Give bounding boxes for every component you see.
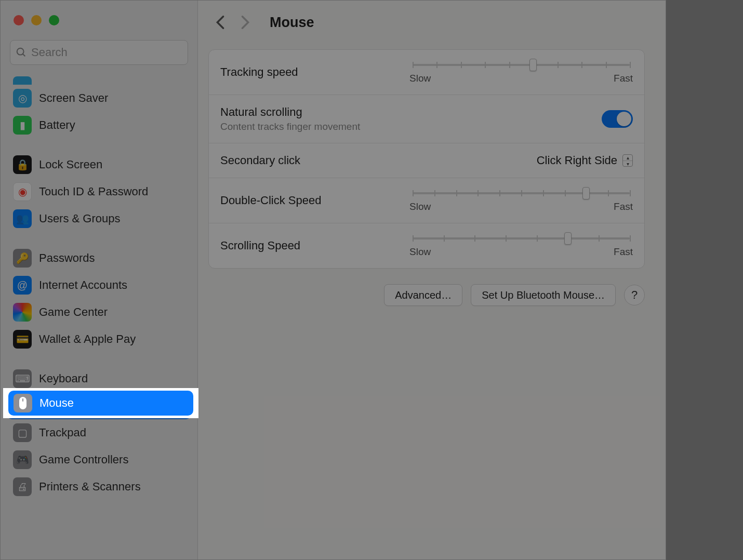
printer-icon: 🖨	[13, 477, 32, 496]
sidebar-item-game-controllers[interactable]: 🎮Game Controllers	[1, 446, 197, 473]
svg-line-1	[23, 54, 25, 57]
tracking-speed-label: Tracking speed	[220, 65, 298, 79]
scrolling-speed-slider[interactable]: SlowFast	[409, 234, 633, 258]
sidebar-item-label: Internet Accounts	[39, 278, 127, 292]
close-window-button[interactable]	[14, 15, 24, 25]
sidebar-item-label: Passwords	[39, 251, 95, 265]
natural-scrolling-toggle[interactable]	[602, 110, 633, 128]
trackpad-icon: ▢	[13, 423, 32, 442]
screen-saver-icon: ◎	[13, 89, 32, 108]
zoom-window-button[interactable]	[49, 15, 59, 25]
main-panel: Mouse Tracking speed SlowFast Natural sc…	[198, 1, 666, 559]
sidebar: ◎Screen Saver ▮Battery 🔒Lock Screen ◉Tou…	[1, 1, 198, 559]
updown-icon: ▴▾	[622, 154, 633, 167]
double-click-label: Double-Click Speed	[220, 194, 321, 207]
game-center-icon	[13, 303, 32, 322]
secondary-click-dropdown[interactable]: Click Right Side ▴▾	[537, 154, 633, 167]
slow-label: Slow	[409, 246, 431, 258]
sidebar-item-label: Game Center	[39, 305, 108, 319]
search-input[interactable]	[31, 46, 182, 59]
page-title: Mouse	[270, 15, 314, 31]
battery-icon: ▮	[13, 116, 32, 135]
advanced-button[interactable]: Advanced…	[384, 284, 462, 306]
sidebar-item-internet-accounts[interactable]: @Internet Accounts	[1, 272, 197, 299]
sidebar-item-label: Lock Screen	[39, 158, 102, 171]
sidebar-item-label: Users & Groups	[39, 212, 121, 225]
sidebar-item-label: Battery	[39, 118, 75, 132]
right-gutter	[666, 0, 743, 560]
secondary-click-label: Secondary click	[220, 154, 300, 167]
svg-rect-3	[22, 398, 23, 402]
sidebar-item-label: Mouse	[39, 396, 74, 410]
sidebar-item-printers[interactable]: 🖨Printers & Scanners	[1, 473, 197, 500]
window-controls	[1, 15, 197, 40]
mouse-icon	[14, 394, 32, 412]
fast-label: Fast	[614, 246, 633, 258]
row-double-click-speed: Double-Click Speed SlowFast	[209, 178, 644, 223]
sidebar-item-label: Keyboard	[39, 372, 88, 385]
row-scrolling-speed: Scrolling Speed SlowFast	[209, 223, 644, 268]
row-natural-scrolling: Natural scrolling Content tracks finger …	[209, 95, 644, 143]
controller-icon: 🎮	[13, 450, 32, 469]
svg-point-0	[17, 48, 24, 55]
search-icon	[16, 47, 27, 58]
tracking-speed-slider[interactable]: SlowFast	[409, 60, 633, 84]
sidebar-item-passwords[interactable]: 🔑Passwords	[1, 245, 197, 272]
settings-window: ◎Screen Saver ▮Battery 🔒Lock Screen ◉Tou…	[0, 0, 666, 560]
row-secondary-click: Secondary click Click Right Side ▴▾	[209, 143, 644, 178]
natural-scrolling-label: Natural scrolling	[220, 105, 360, 119]
users-icon: 👥	[13, 209, 32, 228]
scrolling-speed-label: Scrolling Speed	[220, 239, 300, 252]
lock-icon: 🔒	[13, 155, 32, 174]
titlebar: Mouse	[198, 1, 666, 44]
row-tracking-speed: Tracking speed SlowFast	[209, 50, 644, 95]
sidebar-item-label: Game Controllers	[39, 453, 128, 466]
setup-bluetooth-mouse-button[interactable]: Set Up Bluetooth Mouse…	[471, 284, 616, 306]
wallpaper-icon	[13, 76, 32, 85]
sidebar-item-lock-screen[interactable]: 🔒Lock Screen	[1, 151, 197, 178]
sidebar-item-trackpad[interactable]: ▢Trackpad	[1, 419, 197, 446]
sidebar-item-mouse-highlight[interactable]: Mouse	[3, 388, 198, 418]
minimize-window-button[interactable]	[31, 15, 42, 25]
sidebar-item-screen-saver[interactable]: ◎Screen Saver	[1, 85, 197, 112]
sidebar-item-label: Printers & Scanners	[39, 480, 141, 494]
fast-label: Fast	[614, 201, 633, 212]
sidebar-item-battery[interactable]: ▮Battery	[1, 112, 197, 139]
keyboard-icon: ⌨	[13, 369, 32, 388]
bottom-actions: Advanced… Set Up Bluetooth Mouse… ?	[198, 269, 666, 306]
sidebar-item-label: Wallet & Apple Pay	[39, 332, 136, 346]
key-icon: 🔑	[13, 249, 32, 268]
secondary-click-value: Click Right Side	[537, 154, 617, 167]
back-button[interactable]	[213, 15, 228, 30]
help-button[interactable]: ?	[624, 285, 645, 305]
fast-label: Fast	[614, 73, 633, 84]
sidebar-item-label: Trackpad	[39, 426, 86, 439]
sidebar-item-label: Screen Saver	[39, 91, 108, 105]
sidebar-item-users-groups[interactable]: 👥Users & Groups	[1, 205, 197, 232]
slow-label: Slow	[409, 201, 431, 212]
wallet-icon: 💳	[13, 330, 32, 349]
sidebar-item-game-center[interactable]: Game Center	[1, 299, 197, 326]
forward-button[interactable]	[237, 15, 253, 30]
fingerprint-icon: ◉	[13, 182, 32, 201]
sidebar-item-label: Touch ID & Password	[39, 185, 148, 198]
at-icon: @	[13, 276, 32, 295]
sidebar-item-partial[interactable]	[1, 72, 197, 85]
double-click-slider[interactable]: SlowFast	[409, 189, 633, 212]
settings-card: Tracking speed SlowFast Natural scrollin…	[208, 49, 645, 269]
sidebar-list[interactable]: ◎Screen Saver ▮Battery 🔒Lock Screen ◉Tou…	[1, 72, 197, 559]
slow-label: Slow	[409, 73, 431, 84]
sidebar-item-touch-id[interactable]: ◉Touch ID & Password	[1, 178, 197, 205]
search-field[interactable]	[10, 40, 188, 65]
sidebar-item-wallet[interactable]: 💳Wallet & Apple Pay	[1, 326, 197, 353]
natural-scrolling-subtitle: Content tracks finger movement	[220, 121, 360, 132]
